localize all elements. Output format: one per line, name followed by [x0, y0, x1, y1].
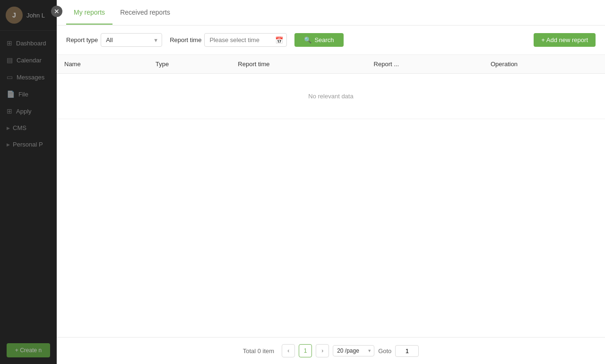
page-size-select[interactable]: 20 /page 50 /page 100 /page — [333, 345, 374, 356]
report-type-select[interactable]: All Daily Weekly Monthly — [101, 33, 162, 47]
tab-my-reports[interactable]: My reports — [66, 1, 112, 25]
reports-table: Name Type Report time Report ... Operati… — [57, 55, 605, 119]
col-type: Type — [148, 55, 230, 74]
prev-page-button[interactable]: ‹ — [282, 344, 295, 357]
search-button[interactable]: 🔍 Search — [294, 33, 343, 47]
close-button[interactable]: ✕ — [51, 6, 62, 17]
table-header: Name Type Report time Report ... Operati… — [57, 55, 605, 74]
no-data-text: No relevant data — [57, 74, 605, 119]
col-name: Name — [57, 55, 148, 74]
close-icon: ✕ — [54, 8, 60, 15]
report-time-label: Report time — [170, 36, 201, 43]
report-time-group: Report time 📅 — [170, 33, 287, 47]
current-page-button[interactable]: 1 — [299, 344, 312, 357]
goto-input[interactable] — [395, 345, 419, 357]
search-icon: 🔍 — [304, 36, 311, 43]
add-label: + Add new report — [541, 36, 588, 43]
goto-label: Goto — [378, 347, 391, 355]
filter-bar: Report type All Daily Weekly Monthly ▼ R… — [57, 26, 605, 54]
add-new-report-button[interactable]: + Add new report — [534, 33, 596, 47]
report-time-input-wrapper: 📅 — [204, 33, 287, 47]
tab-received-reports[interactable]: Received reports — [112, 1, 178, 25]
pagination: Total 0 item ‹ 1 › 20 /page 50 /page 100… — [57, 337, 605, 364]
report-time-input[interactable] — [204, 33, 287, 47]
col-report-extra: Report ... — [366, 55, 483, 74]
report-type-select-wrapper: All Daily Weekly Monthly ▼ — [101, 33, 162, 47]
no-data-row: No relevant data — [57, 74, 605, 119]
report-type-label: Report type — [66, 36, 98, 43]
col-operation: Operation — [483, 55, 605, 74]
modal-panel: My reports Received reports Report type … — [57, 0, 605, 364]
table-header-row: Name Type Report time Report ... Operati… — [57, 55, 605, 74]
col-report-time: Report time — [230, 55, 366, 74]
search-label: Search — [314, 36, 334, 43]
tabs-container: My reports Received reports — [57, 0, 605, 26]
total-items: Total 0 item — [243, 347, 274, 355]
table-body: No relevant data — [57, 74, 605, 119]
page-size-wrapper: 20 /page 50 /page 100 /page ▼ — [333, 345, 374, 356]
next-page-button[interactable]: › — [316, 344, 329, 357]
table-container: Name Type Report time Report ... Operati… — [57, 54, 605, 337]
report-type-group: Report type All Daily Weekly Monthly ▼ — [66, 33, 162, 47]
